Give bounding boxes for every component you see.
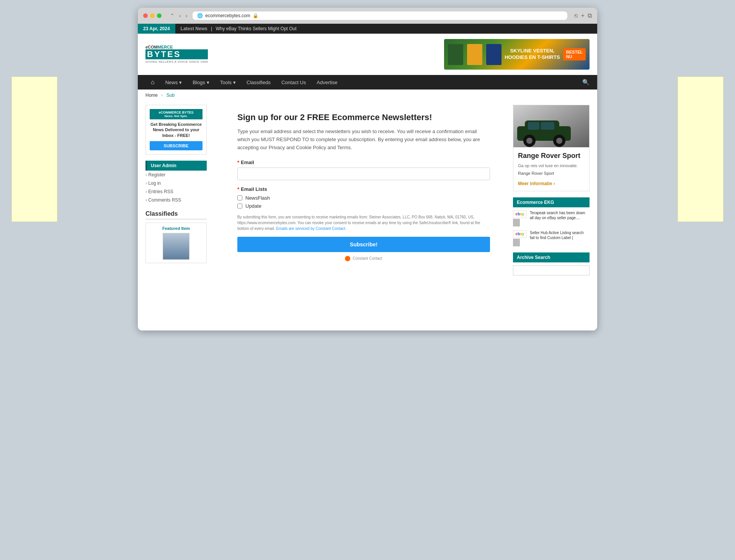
cc-logo-icon bbox=[345, 256, 350, 261]
new-tab-btn[interactable]: + bbox=[581, 12, 585, 19]
sidebar-logo: eCOMMERCE BYTES News. Not Spin. bbox=[150, 109, 203, 119]
share-btn[interactable]: ⎋ bbox=[574, 12, 578, 19]
nav-item-tools[interactable]: Tools ▾ bbox=[215, 76, 241, 89]
address-bar[interactable]: 🌐 ecommercebytes.com 🔒 bbox=[193, 11, 567, 20]
logo-merce: MERCE bbox=[158, 45, 173, 49]
featured-item-label: Featured Item bbox=[149, 226, 203, 231]
ebay-logo-1: ebay bbox=[513, 210, 527, 218]
subscribe-main-button[interactable]: Subscribe! bbox=[237, 237, 490, 252]
range-rover-svg bbox=[513, 105, 589, 147]
range-rover-title: Range Rover Sport bbox=[518, 152, 585, 160]
site-logo[interactable]: eCOMMERCE BYTES GIVING SELLERS A VOICE S… bbox=[145, 45, 208, 63]
cc-text: Constant Contact bbox=[353, 256, 382, 260]
latest-news-label: Latest News bbox=[181, 26, 207, 31]
sidebar-menu-login[interactable]: Log in bbox=[145, 179, 207, 187]
ekg-link-2[interactable]: Seller Hub Active Listing search fail to… bbox=[530, 231, 584, 240]
ekg-text-2: Seller Hub Active Listing search fail to… bbox=[530, 230, 590, 240]
nav-item-news[interactable]: News ▾ bbox=[160, 76, 188, 89]
ssl-icon: 🔒 bbox=[253, 13, 258, 18]
newsflash-label[interactable]: NewsFlash bbox=[245, 195, 270, 201]
newsletter-option-newsflash: NewsFlash bbox=[237, 195, 490, 201]
archive-search-section: Archive Search bbox=[513, 252, 590, 275]
featured-item-image bbox=[163, 233, 189, 260]
user-admin-section: User Admin Register Log in Entries RSS C… bbox=[145, 161, 207, 204]
nav-item-advertise[interactable]: Advertise bbox=[311, 76, 343, 89]
right-sidebar: Range Rover Sport Ga op reis vol luxe en… bbox=[513, 105, 590, 327]
browser-nav: ⌃ ‹ › bbox=[168, 12, 189, 20]
forward-btn[interactable]: › bbox=[184, 12, 189, 20]
logo-bytes: BYTES bbox=[145, 49, 208, 59]
range-rover-advertisement[interactable]: Range Rover Sport Ga op reis vol luxe en… bbox=[513, 105, 590, 191]
sidebar-subscribe-button[interactable]: SUBSCRIBE bbox=[150, 141, 203, 150]
main-content: Sign up for our 2 FREE Ecommerce Newslet… bbox=[214, 105, 505, 327]
svg-rect-3 bbox=[528, 122, 539, 130]
sidebar-menu-comments-rss[interactable]: Comments RSS bbox=[145, 196, 207, 204]
left-side-advertisement bbox=[11, 77, 57, 222]
nav-item-blogs[interactable]: Blogs ▾ bbox=[187, 76, 215, 89]
top-headline[interactable]: Why eBay Thinks Sellers Might Opt Out bbox=[216, 26, 296, 31]
newsflash-checkbox[interactable] bbox=[237, 195, 242, 200]
sidebar-menu-entries-rss[interactable]: Entries RSS bbox=[145, 187, 207, 196]
arrow-icon: › bbox=[554, 181, 555, 186]
maximize-button[interactable] bbox=[157, 13, 162, 18]
site-favicon: 🌐 bbox=[197, 13, 203, 18]
classifieds-title: Classifieds bbox=[145, 210, 207, 220]
ekg-title: Ecommerce EKG bbox=[513, 197, 590, 207]
ekg-link-1[interactable]: Terapeak search has been down all day on… bbox=[530, 211, 585, 220]
home-nav-button[interactable]: ⌂ bbox=[145, 75, 160, 90]
close-button[interactable] bbox=[143, 13, 148, 18]
form-title: Sign up for our 2 FREE Ecommerce Newslet… bbox=[237, 112, 490, 122]
site-wrapper: 23 Apr, 2024 Latest News | Why eBay Thin… bbox=[138, 24, 597, 330]
collapse-btn[interactable]: ⌃ bbox=[168, 12, 176, 20]
logo-tagline: GIVING SELLERS A VOICE SINCE 1999 bbox=[145, 60, 208, 63]
window-controls bbox=[143, 13, 162, 18]
browser-actions: ⎋ + ⧉ bbox=[574, 12, 592, 19]
ekg-thumbnail-2 bbox=[513, 239, 520, 246]
browser-window: ⌃ ‹ › 🌐 ecommercebytes.com 🔒 ⎋ + ⧉ 23 Ap… bbox=[138, 8, 597, 330]
nav-item-contact[interactable]: Contact Us bbox=[276, 76, 311, 89]
sidebar-menu-register[interactable]: Register bbox=[145, 171, 207, 179]
ekg-text-1: Terapeak search has been down all day on… bbox=[530, 210, 590, 220]
site-header: eCOMMERCE BYTES GIVING SELLERS A VOICE S… bbox=[138, 34, 597, 75]
header-ad-text: SKYLINE VESTEN, HOODIES EN T-SHIRTS bbox=[501, 48, 563, 61]
breadcrumb-home[interactable]: Home bbox=[145, 93, 158, 98]
lists-required-star: * bbox=[237, 186, 239, 192]
archive-search-input[interactable] bbox=[513, 265, 590, 275]
range-rover-name: Range Rover Sport bbox=[518, 171, 585, 176]
consent-text: By submitting this form, you are consent… bbox=[237, 214, 490, 231]
nav-item-classifieds[interactable]: Classifieds bbox=[241, 76, 276, 89]
header-ad-button[interactable]: BESTEL NU bbox=[563, 48, 586, 60]
constant-contact-link[interactable]: Emails are serviced by Constant Contact. bbox=[276, 226, 346, 231]
email-input[interactable] bbox=[237, 168, 490, 180]
email-required-star: * bbox=[237, 160, 239, 165]
svg-point-8 bbox=[556, 138, 562, 144]
dropdown-arrow-news: ▾ bbox=[179, 80, 182, 85]
breadcrumb: Home › Sub bbox=[138, 90, 597, 101]
back-btn[interactable]: ‹ bbox=[178, 12, 183, 20]
main-navigation: ⌂ News ▾ Blogs ▾ Tools ▾ Classifieds Con… bbox=[138, 75, 597, 90]
featured-item-box[interactable]: Featured Item bbox=[145, 223, 207, 263]
form-description: Type your email address and select the n… bbox=[237, 128, 490, 151]
archive-search-title: Archive Search bbox=[513, 252, 590, 262]
range-rover-content: Range Rover Sport Ga op reis vol luxe en… bbox=[513, 147, 589, 191]
email-lists-label: * Email Lists bbox=[237, 186, 490, 192]
user-admin-title: User Admin bbox=[145, 161, 207, 171]
sidebar-ad-text: Get Breaking Ecommerce News Delivered to… bbox=[150, 122, 203, 138]
constant-contact-badge: Constant Contact bbox=[237, 256, 490, 261]
nav-search-icon[interactable]: 🔍 bbox=[582, 79, 590, 86]
ekg-item-1: ebay Terapeak search has been down all d… bbox=[513, 210, 590, 226]
update-checkbox[interactable] bbox=[237, 203, 242, 208]
browser-titlebar: ⌃ ‹ › 🌐 ecommercebytes.com 🔒 ⎋ + ⧉ bbox=[138, 8, 597, 24]
minimize-button[interactable] bbox=[150, 13, 155, 18]
header-advertisement[interactable]: SKYLINE VESTEN, HOODIES EN T-SHIRTS BEST… bbox=[444, 39, 590, 70]
left-sidebar: eCOMMERCE BYTES News. Not Spin. Get Brea… bbox=[145, 105, 207, 327]
ecommerce-ekg-section: Ecommerce EKG ebay Terapeak search has b… bbox=[513, 197, 590, 246]
range-rover-link[interactable]: Meer informatie › bbox=[518, 181, 555, 186]
update-label[interactable]: Update bbox=[245, 203, 261, 209]
logo-ecom: eCOM bbox=[145, 45, 158, 49]
ekg-thumbnail-1 bbox=[513, 219, 520, 226]
right-side-advertisement bbox=[678, 77, 724, 222]
tabs-btn[interactable]: ⧉ bbox=[588, 12, 592, 19]
dropdown-arrow-tools: ▾ bbox=[233, 80, 236, 85]
date-badge: 23 Apr, 2024 bbox=[138, 24, 175, 34]
